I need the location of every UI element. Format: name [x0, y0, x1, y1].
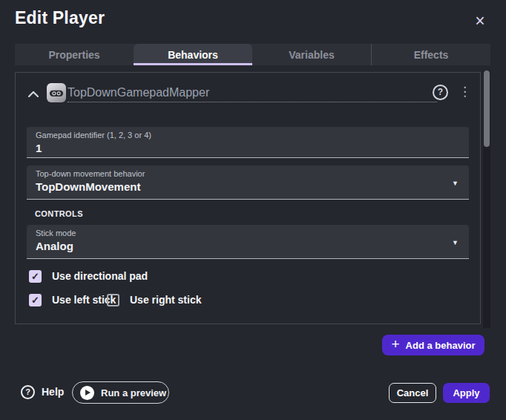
use-right-stick-checkbox[interactable] — [107, 294, 119, 306]
tab-variables[interactable]: Variables — [252, 44, 371, 65]
chevron-down-icon: ▼ — [452, 180, 459, 187]
scrollbar-thumb[interactable] — [484, 70, 490, 147]
field-label: Top-down movement behavior — [36, 169, 460, 178]
help-label: Help — [42, 386, 64, 398]
plus-icon: + — [391, 336, 399, 352]
behavior-menu-icon[interactable]: ⋮ — [459, 83, 470, 101]
topdown-movement-select[interactable]: Top-down movement behavior TopDownMoveme… — [27, 165, 469, 200]
chevron-up-icon — [28, 87, 39, 100]
collapse-behavior-button[interactable] — [26, 87, 41, 100]
apply-button[interactable]: Apply — [443, 383, 490, 403]
tab-bar: Properties Behaviors Variables Effects — [15, 44, 490, 65]
cancel-button[interactable]: Cancel — [389, 383, 436, 403]
checkbox-label[interactable]: Use directional pad — [52, 270, 148, 283]
help-icon: ? — [21, 385, 35, 399]
gamepad-identifier-field[interactable]: Gamepad identifier (1, 2, 3 or 4) 1 — [27, 127, 469, 158]
field-value: 1 — [36, 142, 460, 154]
behavior-card: TopDownGamepadMapper ? ⋮ Gamepad identif… — [15, 72, 481, 324]
tab-properties[interactable]: Properties — [15, 44, 134, 65]
edit-player-dialog: Edit Player × Properties Behaviors Varia… — [0, 0, 506, 420]
run-preview-button[interactable]: Run a preview — [72, 381, 169, 404]
tab-effects[interactable]: Effects — [371, 44, 490, 65]
help-button[interactable]: ? Help — [18, 381, 70, 402]
controls-section-title: CONTROLS — [35, 209, 83, 218]
stick-mode-select[interactable]: Stick mode Analog ▼ — [27, 225, 469, 259]
gamepad-behavior-icon — [47, 83, 66, 102]
add-behavior-button[interactable]: + Add a behavior — [382, 335, 484, 355]
add-behavior-label: Add a behavior — [406, 340, 476, 351]
checkbox-row: ✓ Use directional pad — [16, 270, 480, 283]
checkbox-row: ✓ Use left stick Use right stick — [16, 294, 480, 307]
tab-behaviors[interactable]: Behaviors — [134, 44, 252, 65]
field-label: Gamepad identifier (1, 2, 3 or 4) — [36, 131, 460, 140]
chevron-down-icon: ▼ — [452, 239, 459, 246]
use-left-stick-checkbox[interactable]: ✓ — [29, 294, 42, 306]
behavior-help-icon[interactable]: ? — [433, 85, 448, 100]
checkbox-label[interactable]: Use right stick — [130, 294, 201, 306]
use-directional-pad-checkbox[interactable]: ✓ — [29, 270, 42, 283]
close-icon[interactable]: × — [470, 11, 490, 32]
field-value: TopDownMovement — [36, 180, 460, 193]
run-preview-label: Run a preview — [101, 387, 166, 398]
scrollbar-track[interactable] — [483, 70, 490, 328]
behavior-name-input[interactable]: TopDownGamepadMapper — [68, 84, 437, 102]
field-value: Analog — [36, 240, 460, 252]
page-title: Edit Player — [15, 8, 105, 28]
field-label: Stick mode — [36, 229, 460, 237]
play-icon — [80, 386, 94, 400]
